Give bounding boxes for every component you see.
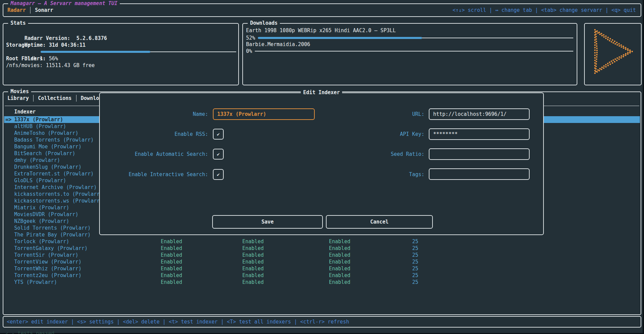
tab-collections[interactable]: Collections bbox=[38, 95, 71, 102]
rss-status: Enabled bbox=[161, 272, 182, 279]
indexer-name: Torrentz2eu (Prowlarr) bbox=[14, 272, 82, 279]
downloads-panel-title: Downloads bbox=[248, 20, 280, 26]
interactive-search-status: Enabled bbox=[329, 279, 350, 286]
indexer-name: BitSearch (Prowlarr) bbox=[14, 150, 75, 157]
indexer-name: GloDLS (Prowlarr) bbox=[14, 177, 66, 184]
indexer-name: Miatrix (Prowlarr) bbox=[14, 204, 69, 211]
disk-usage-bar bbox=[41, 48, 236, 55]
help-keybinds: <enter> edit indexer | <s> settings | <d… bbox=[7, 318, 349, 325]
stats-panel: Stats Radarr Version:5.2.6.8376 Uptime:3… bbox=[3, 23, 239, 85]
tab-divider bbox=[76, 95, 76, 102]
modal-title: Edit Indexer bbox=[301, 89, 342, 96]
table-row[interactable]: YTS (Prowlarr)EnabledEnabledEnabled25 bbox=[4, 279, 640, 286]
indexer-column-header: Indexer bbox=[14, 108, 36, 115]
indexer-name: kickasstorrents.to (Prowlarr) bbox=[14, 191, 103, 197]
interactive-search-status: Enabled bbox=[329, 238, 350, 245]
rss-status: Enabled bbox=[161, 279, 182, 286]
tab-divider bbox=[30, 7, 30, 14]
api-key-field-label: API Key: bbox=[100, 131, 424, 138]
auto-search-status: Enabled bbox=[242, 245, 264, 252]
tab-library[interactable]: Library bbox=[7, 95, 29, 102]
download-progress-bar bbox=[255, 48, 573, 55]
managarr-play-logo bbox=[585, 24, 641, 85]
indexer-name: Badass Torrents (Prowlarr) bbox=[14, 137, 94, 143]
help-bar-panel: <enter> edit indexer | <s> settings | <d… bbox=[3, 316, 641, 328]
indexer-name: kickasstorrents.ws (Prowlarr) bbox=[14, 197, 103, 204]
download-progress-bar bbox=[258, 35, 573, 41]
auto-search-status: Enabled bbox=[242, 265, 264, 272]
movies-panel-title: Movies bbox=[8, 88, 31, 95]
api-key-input[interactable] bbox=[429, 128, 530, 140]
indexer-name: ExtraTorrent.st (Prowlarr) bbox=[14, 170, 94, 177]
seed-ratio-input[interactable] bbox=[429, 148, 530, 160]
indexer-name: AnimeTosho (Prowlarr) bbox=[14, 130, 79, 137]
indexer-name: YTS (Prowlarr) bbox=[14, 279, 57, 286]
indexer-name: The Pirate Bay (Prowlarr) bbox=[14, 231, 91, 238]
indexer-name: Solid Torrents (Prowlarr) bbox=[14, 225, 91, 231]
download-percent-label: 0% bbox=[246, 48, 252, 55]
rss-status: Enabled bbox=[161, 265, 182, 272]
stats-panel-title: Stats bbox=[8, 20, 28, 26]
url-field-label: URL: bbox=[100, 111, 424, 118]
indexer-name: 1337x (Prowlarr) bbox=[14, 116, 63, 123]
priority-value: 25 bbox=[398, 245, 418, 252]
priority-value: 25 bbox=[398, 258, 418, 265]
root-folders-label: Root Folders: bbox=[6, 55, 46, 62]
auto-search-status: Enabled bbox=[242, 272, 264, 279]
indexer-name: Internet Archive (Prowlarr) bbox=[14, 184, 97, 191]
rss-status: Enabled bbox=[161, 252, 182, 258]
interactive-search-status: Enabled bbox=[329, 252, 350, 258]
table-row[interactable]: Torrentz2eu (Prowlarr)EnabledEnabledEnab… bbox=[4, 272, 640, 279]
rss-status: Enabled bbox=[161, 245, 182, 252]
servarr-tab-sonarr[interactable]: Sonarr bbox=[35, 7, 53, 14]
indexer-name: TorrentView (Prowlarr) bbox=[14, 258, 82, 265]
priority-value: 25 bbox=[398, 238, 418, 245]
download-percent-label: 52% bbox=[246, 35, 255, 41]
table-row[interactable]: TorrentSir (Prowlarr)EnabledEnabledEnabl… bbox=[4, 252, 640, 258]
indexer-name: TorrentWhiz (Prowlarr) bbox=[14, 265, 82, 272]
table-row[interactable]: TorrentView (Prowlarr)EnabledEnabledEnab… bbox=[4, 258, 640, 265]
priority-value: 25 bbox=[398, 279, 418, 286]
table-row[interactable]: Torlock (Prowlarr)EnabledEnabledEnabled2… bbox=[4, 238, 640, 245]
download-item-name: Barbie.Mermaidia.2006 bbox=[246, 41, 310, 48]
uptime-value: 31d 04:36:11 bbox=[49, 42, 85, 48]
auto-search-status: Enabled bbox=[242, 258, 264, 265]
top-keybinds: <↑↓> scroll | ↔ change tab | <tab> chang… bbox=[452, 7, 636, 14]
clipped-footer-text: ✓ - tests passed bbox=[5, 330, 54, 334]
app-title: Managarr – A Servarr management TUI bbox=[8, 0, 120, 7]
interactive-search-status: Enabled bbox=[329, 258, 350, 265]
disk-percent-label: 56% bbox=[49, 56, 58, 62]
edit-indexer-modal: Edit Indexer Name: Enable RSS: Enable Au… bbox=[99, 92, 544, 235]
priority-value: 25 bbox=[398, 252, 418, 258]
interactive-search-status: Enabled bbox=[329, 245, 350, 252]
tags-field-label: Tags: bbox=[100, 171, 424, 178]
selected-row-arrow: => bbox=[5, 116, 12, 123]
indexer-name: MoviesDVDR (Prowlarr) bbox=[14, 211, 79, 218]
table-row[interactable]: TorrentWhiz (Prowlarr)EnabledEnabledEnab… bbox=[4, 265, 640, 272]
interactive-search-status: Enabled bbox=[329, 265, 350, 272]
rss-status: Enabled bbox=[161, 238, 182, 245]
title-bar-panel: Managarr – A Servarr management TUI Rada… bbox=[3, 3, 641, 17]
servarr-tab-radarr[interactable]: Radarr bbox=[7, 7, 26, 14]
indexer-name: Bangumi Moe (Prowlarr) bbox=[14, 143, 82, 150]
auto-search-status: Enabled bbox=[242, 252, 264, 258]
indexer-name: Torlock (Prowlarr) bbox=[14, 238, 69, 245]
storage-label: Storage: bbox=[6, 42, 30, 48]
auto-search-status: Enabled bbox=[242, 279, 264, 286]
table-row[interactable]: TorrentGalaxy (Prowlarr)EnabledEnabledEn… bbox=[4, 245, 640, 252]
url-input[interactable] bbox=[429, 108, 530, 120]
indexer-name: NZBgeek (Prowlarr) bbox=[14, 218, 69, 225]
save-button[interactable]: Save bbox=[212, 215, 323, 229]
indexer-name: TorrentGalaxy (Prowlarr) bbox=[14, 245, 88, 252]
priority-value: 25 bbox=[398, 265, 418, 272]
app-screen: Managarr – A Servarr management TUI Rada… bbox=[0, 0, 643, 333]
indexer-name: DrunkenSlug (Prowlarr) bbox=[14, 164, 82, 170]
tab-divider bbox=[33, 95, 34, 102]
auto-search-status: Enabled bbox=[242, 238, 264, 245]
cancel-button[interactable]: Cancel bbox=[326, 215, 433, 229]
tags-input[interactable] bbox=[429, 168, 530, 180]
seed-ratio-field-label: Seed Ratio: bbox=[100, 151, 424, 158]
interactive-search-status: Enabled bbox=[329, 272, 350, 279]
root-folder-value: /nfs/movies: 11511.43 GB free bbox=[6, 62, 95, 69]
downloads-panel: Downloads Earth 1998 1080p WEBRip x265 H… bbox=[242, 23, 577, 85]
